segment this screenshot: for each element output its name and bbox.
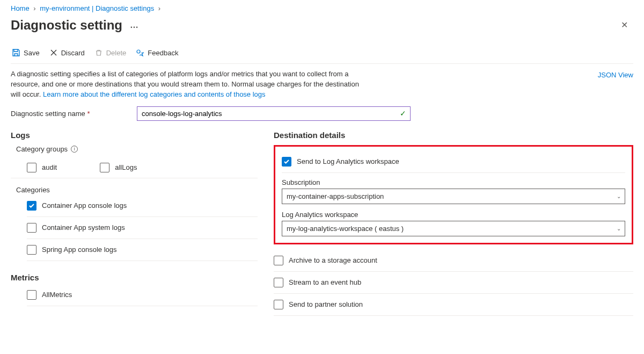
partner-solution-label: Send to partner solution xyxy=(289,300,363,308)
breadcrumb: Home › my-environment | Diagnostic setti… xyxy=(11,4,633,12)
subscription-select[interactable]: my-container-apps-subscription xyxy=(282,189,625,204)
console-logs-label: Container App console logs xyxy=(42,201,127,209)
stream-eventhub-checkbox[interactable] xyxy=(274,278,283,287)
category-groups-label: Category groups xyxy=(16,145,68,153)
subscription-label: Subscription xyxy=(282,178,625,186)
allmetrics-label: AllMetrics xyxy=(42,291,72,299)
feedback-label: Feedback xyxy=(148,49,178,57)
send-log-analytics-label: Send to Log Analytics workspace xyxy=(297,157,399,165)
workspace-select[interactable]: my-log-analytics-workspace ( eastus ) xyxy=(282,221,625,236)
destination-section-title: Destination details xyxy=(274,131,633,140)
breadcrumb-home[interactable]: Home xyxy=(11,4,30,12)
breadcrumb-env[interactable]: my-environment | Diagnostic settings xyxy=(40,4,154,12)
json-view-link[interactable]: JSON View xyxy=(598,71,633,79)
feedback-button[interactable]: Feedback xyxy=(135,47,179,58)
audit-checkbox[interactable] xyxy=(27,163,36,172)
spring-logs-checkbox[interactable] xyxy=(27,245,36,255)
description-text: A diagnostic setting specifies a list of… xyxy=(11,69,360,100)
alllogs-label: allLogs xyxy=(115,163,137,171)
more-actions-button[interactable]: … xyxy=(128,20,141,30)
discard-icon xyxy=(49,48,58,57)
svg-point-0 xyxy=(137,50,140,53)
system-logs-checkbox[interactable] xyxy=(27,223,36,233)
page-title: Diagnostic setting … xyxy=(11,18,141,33)
learn-more-link[interactable]: Learn more about the different log categ… xyxy=(43,90,266,98)
toolbar: Save Discard Delete Feedback xyxy=(11,43,633,64)
save-icon xyxy=(12,48,20,57)
delete-button: Delete xyxy=(93,47,128,58)
metrics-section-title: Metrics xyxy=(11,273,258,282)
delete-label: Delete xyxy=(106,49,127,57)
categories-label: Categories xyxy=(11,186,258,194)
logs-section-title: Logs xyxy=(11,131,258,140)
delete-icon xyxy=(94,48,103,57)
page-title-text: Diagnostic setting xyxy=(11,18,122,33)
audit-label: audit xyxy=(42,163,57,171)
valid-check-icon: ✓ xyxy=(400,109,406,118)
name-field-label: Diagnostic setting name * xyxy=(11,110,137,118)
diagnostic-name-input[interactable] xyxy=(137,106,411,121)
save-label: Save xyxy=(24,49,40,57)
feedback-icon xyxy=(136,48,144,57)
allmetrics-checkbox[interactable] xyxy=(27,290,36,300)
spring-logs-label: Spring App console logs xyxy=(42,245,116,254)
system-logs-label: Container App system logs xyxy=(42,223,125,232)
save-button[interactable]: Save xyxy=(11,47,41,58)
discard-button[interactable]: Discard xyxy=(48,47,86,58)
archive-storage-label: Archive to a storage account xyxy=(289,256,377,264)
partner-solution-checkbox[interactable] xyxy=(274,300,283,309)
chevron-right-icon: › xyxy=(33,4,35,12)
close-button[interactable]: ✕ xyxy=(616,17,633,33)
info-icon[interactable]: i xyxy=(71,146,78,153)
log-analytics-highlight: Send to Log Analytics workspace Subscrip… xyxy=(274,145,633,244)
discard-label: Discard xyxy=(61,49,85,57)
alllogs-checkbox[interactable] xyxy=(100,163,109,172)
stream-eventhub-label: Stream to an event hub xyxy=(289,278,361,286)
send-log-analytics-checkbox[interactable] xyxy=(282,157,291,167)
workspace-label: Log Analytics workspace xyxy=(282,211,625,219)
console-logs-checkbox[interactable] xyxy=(27,201,36,211)
chevron-right-icon: › xyxy=(158,4,160,12)
close-icon: ✕ xyxy=(621,20,628,30)
archive-storage-checkbox[interactable] xyxy=(274,256,283,265)
